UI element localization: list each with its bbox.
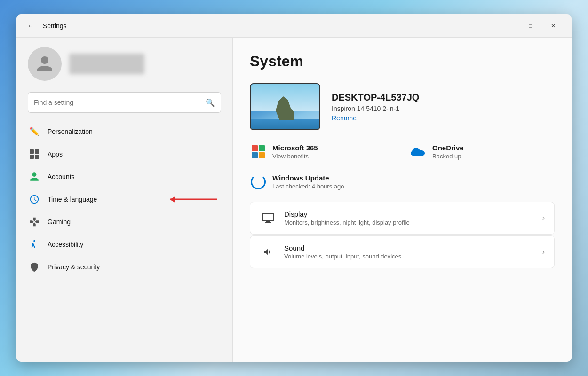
svg-rect-6 (266, 221, 270, 222)
display-icon (260, 210, 277, 227)
nav-list: ✏️ Personalization Apps (16, 120, 232, 278)
user-name-blurred (69, 54, 144, 74)
sidebar-item-label: Privacy & security (48, 263, 100, 271)
ms365-desc: View benefits (272, 153, 318, 160)
sidebar-item-accounts[interactable]: Accounts (22, 165, 227, 188)
title-bar-left: ← Settings (24, 19, 497, 32)
avatar (28, 47, 62, 81)
arrow-line (170, 199, 217, 200)
search-icon: 🔍 (206, 98, 215, 107)
privacy-security-icon (28, 260, 41, 274)
svg-rect-0 (30, 149, 34, 154)
landscape-water (251, 119, 319, 129)
close-button[interactable]: ✕ (542, 18, 564, 33)
sound-title: Sound (284, 244, 535, 252)
sound-icon (260, 243, 277, 260)
onedrive-icon (411, 146, 426, 157)
update-spin-icon (251, 174, 266, 189)
sidebar-item-label: Apps (48, 150, 63, 158)
maximize-button[interactable]: □ (520, 18, 541, 33)
svg-rect-7 (265, 222, 271, 223)
apps-icon (28, 148, 41, 161)
sidebar-item-label: Time & language (48, 196, 97, 203)
device-image-inner (251, 84, 319, 129)
sound-chevron-icon: › (542, 248, 545, 256)
display-title: Display (284, 210, 535, 218)
settings-item-display[interactable]: Display Monitors, brightness, night ligh… (250, 202, 555, 235)
accounts-icon (28, 170, 41, 183)
ms365-text: Microsoft 365 View benefits (272, 144, 318, 160)
title-bar: ← Settings — □ ✕ (16, 14, 572, 38)
page-title: System (250, 53, 555, 70)
sidebar-item-label: Accessibility (48, 241, 83, 248)
sidebar-item-privacy-security[interactable]: Privacy & security (22, 256, 227, 278)
ms365-icon (250, 143, 267, 160)
ms365-item[interactable]: Microsoft 365 View benefits (250, 143, 395, 160)
windows-update-item[interactable]: Windows Update Last checked: 4 hours ago (250, 173, 555, 190)
sidebar-item-time-language[interactable]: Time & language (22, 188, 227, 211)
svg-point-4 (33, 240, 35, 242)
onedrive-text: OneDrive Backed up (432, 144, 464, 160)
search-box[interactable]: 🔍 (28, 92, 221, 113)
sidebar-item-gaming[interactable]: Gaming (22, 211, 227, 233)
sidebar-item-label: Gaming (48, 218, 71, 226)
display-text: Display Monitors, brightness, night ligh… (284, 210, 535, 226)
svg-rect-2 (30, 155, 34, 159)
rename-link[interactable]: Rename (332, 114, 419, 122)
device-info: DESKTOP-4L537JQ Inspiron 14 5410 2-in-1 … (332, 92, 419, 122)
user-section (16, 38, 232, 90)
sidebar: 🔍 ✏️ Personalization (16, 38, 233, 362)
windows-update-desc: Last checked: 4 hours ago (272, 183, 344, 190)
device-model: Inspiron 14 5410 2-in-1 (332, 105, 419, 112)
settings-window: ← Settings — □ ✕ 🔍 (16, 14, 572, 362)
quick-info-row: Microsoft 365 View benefits OneDrive Bac… (250, 143, 555, 160)
sound-desc: Volume levels, output, input, sound devi… (284, 253, 535, 260)
content-area: 🔍 ✏️ Personalization (16, 38, 572, 362)
arrow-annotation (170, 199, 217, 200)
onedrive-item[interactable]: OneDrive Backed up (410, 143, 555, 160)
sound-text: Sound Volume levels, output, input, soun… (284, 244, 535, 260)
sidebar-item-label: Accounts (48, 173, 75, 180)
main-panel: System DESKTOP-4L537JQ Inspiron 14 5410 … (233, 38, 572, 362)
personalization-icon: ✏️ (28, 125, 41, 138)
search-input[interactable] (34, 99, 206, 106)
settings-list: Display Monitors, brightness, night ligh… (250, 202, 555, 268)
svg-rect-5 (262, 213, 274, 221)
sidebar-item-label: Personalization (48, 128, 93, 135)
svg-rect-3 (35, 155, 39, 159)
windows-update-text: Windows Update Last checked: 4 hours ago (272, 174, 344, 190)
device-image (250, 83, 320, 130)
time-language-icon (28, 193, 41, 206)
gaming-icon (28, 215, 41, 228)
windows-update-title: Windows Update (272, 174, 344, 182)
back-button[interactable]: ← (24, 19, 37, 32)
title-bar-controls: — □ ✕ (497, 18, 564, 33)
onedrive-title: OneDrive (432, 144, 464, 152)
device-section: DESKTOP-4L537JQ Inspiron 14 5410 2-in-1 … (250, 83, 555, 130)
minimize-button[interactable]: — (497, 18, 519, 33)
accessibility-icon (28, 238, 41, 251)
ms365-title: Microsoft 365 (272, 144, 318, 152)
display-desc: Monitors, brightness, night light, displ… (284, 219, 535, 226)
sidebar-item-personalization[interactable]: ✏️ Personalization (22, 120, 227, 143)
display-chevron-icon: › (542, 214, 545, 222)
windows-update-icon (250, 173, 267, 190)
onedrive-icon-container (410, 143, 427, 160)
sidebar-item-accessibility[interactable]: Accessibility (22, 233, 227, 256)
onedrive-desc: Backed up (432, 153, 464, 160)
window-title: Settings (43, 22, 67, 30)
user-icon (35, 55, 54, 73)
sidebar-item-apps[interactable]: Apps (22, 143, 227, 165)
svg-rect-1 (35, 149, 39, 154)
device-name: DESKTOP-4L537JQ (332, 92, 419, 103)
settings-item-sound[interactable]: Sound Volume levels, output, input, soun… (250, 235, 555, 268)
